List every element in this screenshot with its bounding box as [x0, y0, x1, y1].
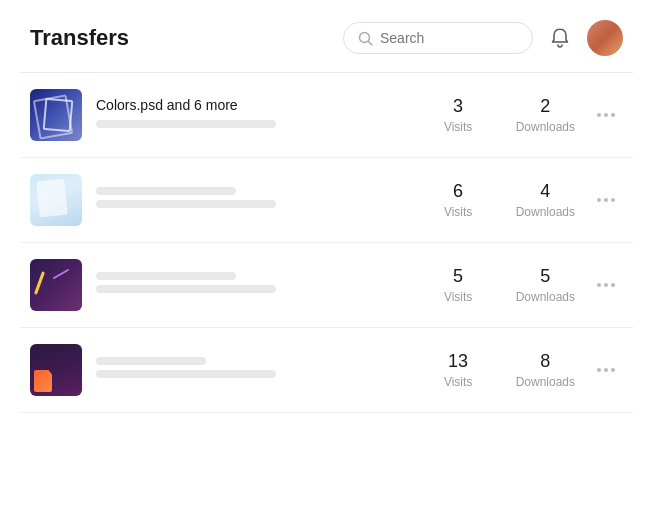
more-dot: [611, 113, 615, 117]
skeleton-line: [96, 357, 206, 365]
transfer-thumbnail: [30, 259, 82, 311]
search-icon: [358, 31, 373, 46]
page-title: Transfers: [30, 25, 129, 51]
downloads-value: 2: [516, 96, 575, 118]
downloads-label: Downloads: [516, 120, 575, 134]
downloads-stat: 8 Downloads: [516, 351, 575, 389]
table-row: Colors.psd and 6 more 3 Visits 2 Downloa…: [20, 73, 633, 158]
search-input[interactable]: [380, 30, 518, 46]
more-dot: [597, 198, 601, 202]
visits-label: Visits: [431, 205, 486, 219]
more-dot: [597, 283, 601, 287]
downloads-label: Downloads: [516, 290, 575, 304]
visits-value: 6: [431, 181, 486, 203]
transfer-stats: 3 Visits 2 Downloads: [431, 96, 575, 134]
more-options-button[interactable]: [589, 194, 623, 206]
skeleton-line: [96, 272, 236, 280]
transfer-list: Colors.psd and 6 more 3 Visits 2 Downloa…: [0, 73, 653, 413]
more-dot: [604, 283, 608, 287]
downloads-stat: 4 Downloads: [516, 181, 575, 219]
more-dot: [611, 368, 615, 372]
downloads-label: Downloads: [516, 375, 575, 389]
skeleton-line: [96, 285, 276, 293]
table-row: 6 Visits 4 Downloads: [20, 158, 633, 243]
visits-stat: 5 Visits: [431, 266, 486, 304]
visits-stat: 6 Visits: [431, 181, 486, 219]
more-dot: [604, 198, 608, 202]
transfer-thumbnail: [30, 89, 82, 141]
more-options-button[interactable]: [589, 109, 623, 121]
visits-label: Visits: [431, 120, 486, 134]
svg-line-1: [369, 41, 373, 45]
downloads-label: Downloads: [516, 205, 575, 219]
transfer-stats: 5 Visits 5 Downloads: [431, 266, 575, 304]
search-bar[interactable]: [343, 22, 533, 54]
visits-stat: 13 Visits: [431, 351, 486, 389]
transfer-info: Colors.psd and 6 more: [96, 97, 417, 133]
transfer-stats: 6 Visits 4 Downloads: [431, 181, 575, 219]
more-dot: [611, 283, 615, 287]
downloads-stat: 2 Downloads: [516, 96, 575, 134]
skeleton-line: [96, 200, 276, 208]
notification-bell-icon[interactable]: [547, 25, 573, 51]
visits-label: Visits: [431, 290, 486, 304]
skeleton-line: [96, 120, 276, 128]
visits-label: Visits: [431, 375, 486, 389]
visits-value: 5: [431, 266, 486, 288]
more-dot: [604, 368, 608, 372]
table-row: 13 Visits 8 Downloads: [20, 328, 633, 413]
more-options-button[interactable]: [589, 279, 623, 291]
avatar-image: [587, 20, 623, 56]
more-options-button[interactable]: [589, 364, 623, 376]
table-row: 5 Visits 5 Downloads: [20, 243, 633, 328]
more-dot: [597, 368, 601, 372]
avatar[interactable]: [587, 20, 623, 56]
transfer-name: Colors.psd and 6 more: [96, 97, 417, 113]
visits-stat: 3 Visits: [431, 96, 486, 134]
visits-value: 13: [431, 351, 486, 373]
downloads-stat: 5 Downloads: [516, 266, 575, 304]
transfer-thumbnail: [30, 344, 82, 396]
header-actions: [343, 20, 623, 56]
downloads-value: 5: [516, 266, 575, 288]
skeleton-line: [96, 370, 276, 378]
more-dot: [604, 113, 608, 117]
page-header: Transfers: [0, 0, 653, 72]
transfer-info: [96, 357, 417, 383]
transfer-info: [96, 272, 417, 298]
more-dot: [597, 113, 601, 117]
more-dot: [611, 198, 615, 202]
transfer-info: [96, 187, 417, 213]
downloads-value: 8: [516, 351, 575, 373]
skeleton-line: [96, 187, 236, 195]
downloads-value: 4: [516, 181, 575, 203]
transfer-stats: 13 Visits 8 Downloads: [431, 351, 575, 389]
transfer-thumbnail: [30, 174, 82, 226]
visits-value: 3: [431, 96, 486, 118]
